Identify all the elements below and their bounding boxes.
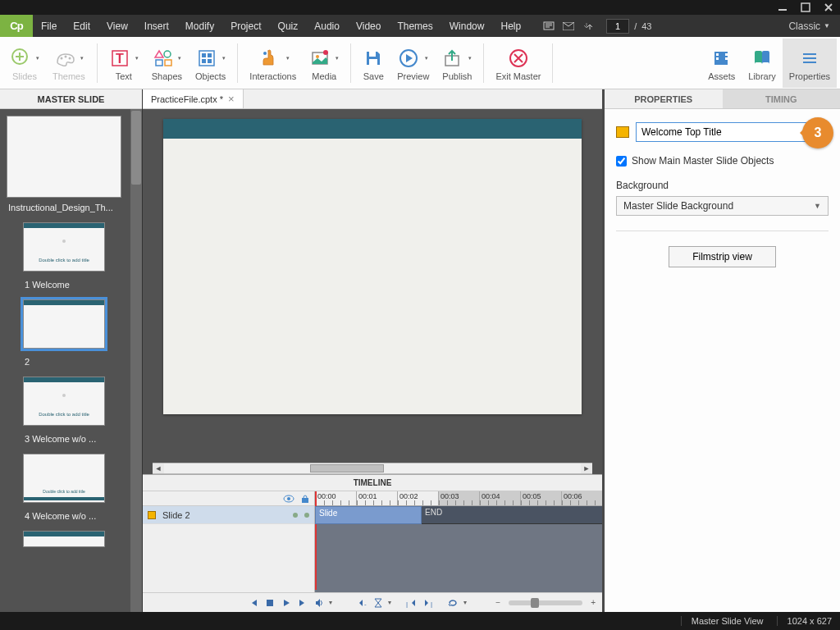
document-tabbar: PracticeFile.cptx * × (143, 89, 602, 109)
layout-thumbnail-5[interactable] (23, 531, 105, 547)
canvas-horizontal-scrollbar[interactable]: ◄ ► (153, 463, 592, 474)
background-label: Background (616, 180, 829, 191)
slides-button[interactable]: ▾ Slides (3, 39, 46, 88)
audio-icon[interactable] (313, 596, 326, 609)
sync-icon[interactable] (578, 15, 598, 37)
master-slide-thumbnail[interactable] (7, 116, 121, 198)
workspace-selector[interactable]: Classic ▼ (778, 21, 840, 32)
zoom-out-icon[interactable]: − (495, 598, 500, 607)
publish-button[interactable]: ▾ Publish (436, 39, 478, 88)
titlebar (0, 0, 840, 15)
menu-quiz[interactable]: Quiz (270, 15, 307, 37)
loop-icon[interactable] (447, 596, 460, 609)
svg-rect-28 (716, 57, 719, 60)
zoom-in-icon[interactable]: + (591, 598, 596, 607)
library-button[interactable]: Library (742, 39, 783, 88)
mail-icon[interactable] (559, 15, 578, 37)
window-maximize-button[interactable] (794, 1, 817, 14)
window-minimize-button[interactable] (771, 1, 794, 14)
timeline-zoom-slider[interactable] (509, 600, 582, 605)
timeline-clip[interactable]: Slide (315, 506, 422, 524)
menu-project[interactable]: Project (222, 15, 269, 37)
skip-start-icon[interactable] (247, 596, 260, 609)
text-button[interactable]: T▾ Text (103, 39, 145, 88)
properties-button[interactable]: Properties (783, 39, 837, 88)
filmstrip-scrollbar[interactable] (130, 109, 142, 612)
shapes-button[interactable]: ▾ Shapes (145, 39, 189, 88)
layout-thumbnail-1[interactable]: Double click to add title (23, 222, 105, 272)
marker-next-icon[interactable]: | (421, 596, 434, 609)
svg-rect-27 (716, 53, 719, 56)
play-icon[interactable] (280, 596, 293, 609)
svg-rect-0 (778, 9, 787, 11)
layout-thumbnail-4[interactable]: Double click to add title (23, 454, 105, 503)
document-tab[interactable]: PracticeFile.cptx * × (143, 89, 244, 108)
svg-rect-32 (803, 57, 816, 59)
timeline-panel: TIMELINE Slide 2 00:00 (143, 474, 602, 612)
stop-icon[interactable] (263, 596, 276, 609)
layout-thumbnail-3[interactable]: Double click to add title (23, 377, 105, 426)
timeline-track-row[interactable]: Slide 2 (143, 506, 314, 524)
master-slide-panel: MASTER SLIDE Instructional_Design_Th... … (0, 89, 143, 612)
window-close-button[interactable] (817, 1, 840, 14)
interactions-button[interactable]: ▾ Interactions (243, 39, 303, 88)
layout-thumbnail-2[interactable] (23, 299, 105, 349)
timeline-controls: ▾ - ▾ | | ▾ − + (143, 592, 602, 612)
menu-insert[interactable]: Insert (136, 15, 177, 37)
menu-help[interactable]: Help (492, 15, 529, 37)
show-main-master-checkbox[interactable] (616, 156, 627, 167)
hourglass-icon[interactable] (372, 596, 385, 609)
menu-modify[interactable]: Modify (177, 15, 222, 37)
menu-file[interactable]: File (33, 15, 65, 37)
properties-tab[interactable]: PROPERTIES (605, 89, 723, 109)
skip-end-icon[interactable] (296, 596, 309, 609)
master-slide-panel-header: MASTER SLIDE (0, 89, 142, 109)
svg-point-10 (164, 51, 171, 57)
slide-number-input[interactable] (606, 19, 629, 34)
layout-label-2: 2 (23, 352, 105, 367)
preview-button[interactable]: ▾ Preview (390, 39, 436, 88)
timeline-tracks-area[interactable]: 00:00 00:01 00:02 00:03 00:04 00:05 00:0… (315, 491, 602, 592)
timeline-ruler[interactable]: 00:00 00:01 00:02 00:03 00:04 00:05 00:0… (315, 491, 602, 506)
svg-rect-36 (302, 498, 308, 503)
visibility-icon[interactable] (283, 494, 294, 504)
notifications-icon[interactable] (539, 15, 559, 37)
media-button[interactable]: ▾ Media (303, 39, 345, 88)
close-tab-icon[interactable]: × (228, 93, 235, 105)
filmstrip-view-button[interactable]: Filmstrip view (669, 246, 776, 267)
timeline-track-header (143, 491, 314, 506)
svg-rect-1 (801, 3, 810, 11)
lock-icon[interactable] (301, 494, 309, 504)
layout-label-3: 3 Welcome w/o ... (23, 429, 105, 444)
slide-total: 43 (641, 21, 651, 31)
status-dimensions: 1024 x 627 (777, 616, 832, 626)
save-button[interactable]: Save (356, 39, 390, 88)
svg-rect-15 (202, 59, 206, 63)
status-view-mode: Master Slide View (681, 616, 764, 626)
menu-view[interactable]: View (98, 15, 136, 37)
timing-tab[interactable]: TIMING (723, 89, 841, 109)
marker-prev-icon[interactable]: | (404, 596, 418, 609)
menu-audio[interactable]: Audio (306, 15, 348, 37)
menu-video[interactable]: Video (348, 15, 389, 37)
svg-rect-30 (725, 57, 728, 60)
step-callout: 3 (802, 117, 833, 148)
svg-text:|: | (406, 600, 408, 608)
menu-themes[interactable]: Themes (389, 15, 441, 37)
layout-label-4: 4 Welcome w/o ... (23, 506, 105, 521)
assets-button[interactable]: Assets (701, 39, 742, 88)
svg-point-19 (316, 55, 319, 58)
menu-edit[interactable]: Edit (65, 15, 98, 37)
menu-window[interactable]: Window (441, 15, 493, 37)
marker-start-icon[interactable]: - (355, 596, 368, 609)
themes-button[interactable]: ▾ Themes (46, 39, 92, 88)
background-dropdown[interactable]: Master Slide Background ▼ (616, 196, 829, 216)
scroll-left-icon[interactable]: ◄ (153, 463, 164, 474)
objects-button[interactable]: ▾ Objects (189, 39, 232, 88)
slide-canvas[interactable] (163, 119, 582, 414)
exit-master-button[interactable]: Exit Master (489, 39, 547, 88)
scroll-right-icon[interactable]: ► (581, 463, 592, 474)
svg-rect-33 (803, 62, 816, 63)
slide-top-bar (163, 119, 582, 139)
slide-number-display: / 43 (598, 19, 660, 34)
